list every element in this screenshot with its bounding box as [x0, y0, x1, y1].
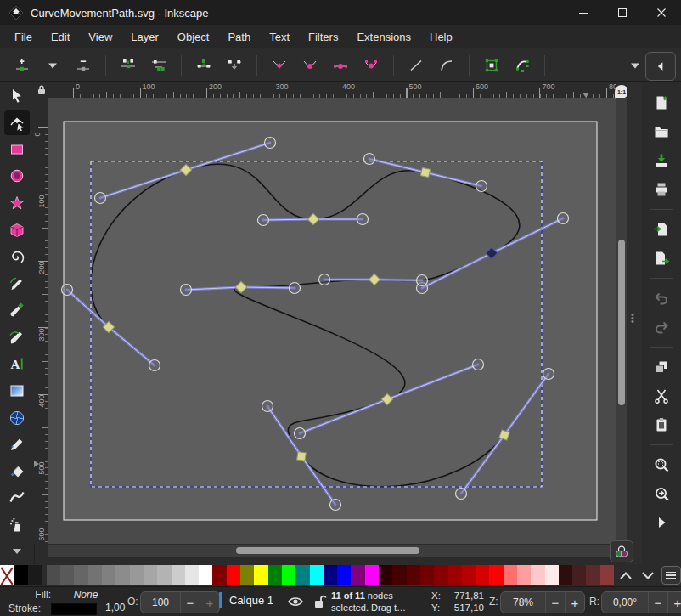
palette-swatch[interactable] [559, 565, 572, 585]
palette-swatch[interactable] [420, 565, 434, 585]
dropper-tool[interactable] [4, 432, 30, 457]
redo-button[interactable] [649, 315, 674, 339]
palette-swatch[interactable] [504, 565, 517, 585]
palette-swatch[interactable] [365, 565, 379, 585]
layer-visibility-toggle[interactable] [287, 593, 304, 610]
menu-text[interactable]: Text [260, 27, 299, 47]
zoom-spinner[interactable]: 78% − + [500, 591, 585, 613]
palette-swatch[interactable] [517, 565, 531, 585]
rotation-decrease-button[interactable]: − [648, 592, 667, 613]
palette-swatch[interactable] [282, 565, 295, 585]
auto-node-button[interactable] [357, 53, 385, 78]
pen-tool[interactable] [4, 298, 30, 324]
rotation-spinner[interactable]: 0,00° − + [601, 591, 681, 613]
drawing-canvas[interactable] [48, 98, 616, 544]
palette-swatch[interactable] [462, 565, 476, 585]
segment-line-button[interactable] [402, 53, 430, 78]
calligraphy-tool[interactable] [4, 325, 30, 350]
path-node[interactable] [297, 452, 307, 461]
gradient-tool[interactable] [4, 378, 30, 404]
layer-lock-toggle[interactable] [311, 593, 328, 610]
palette-swatch[interactable] [448, 565, 462, 585]
star-tool[interactable] [4, 190, 30, 216]
palette-swatch[interactable] [47, 565, 60, 585]
palette-swatch[interactable] [74, 565, 87, 585]
export-button[interactable] [649, 246, 674, 270]
palette-swatch[interactable] [531, 565, 544, 585]
palette-swatch[interactable] [28, 565, 42, 585]
bucket-tool[interactable] [4, 459, 30, 484]
palette-swatch[interactable] [434, 565, 447, 585]
ellipse-tool[interactable] [4, 164, 30, 189]
selector-tool[interactable] [4, 83, 30, 109]
segment-curve-button[interactable] [433, 53, 460, 78]
color-management-button[interactable] [610, 540, 633, 562]
palette-swatch[interactable] [489, 565, 503, 585]
horizontal-scrollbar-thumb[interactable] [236, 547, 419, 554]
palette-swatch[interactable] [102, 565, 115, 585]
opacity-value[interactable]: 100 [141, 592, 180, 613]
palette-swatch[interactable] [586, 565, 599, 585]
node-tool[interactable] [4, 110, 30, 136]
stroke-width-value[interactable]: 1,00 [105, 602, 125, 613]
opacity-spinner[interactable]: 100 − + [140, 591, 220, 613]
insert-node-menu-caret[interactable] [39, 53, 66, 78]
join-nodes-button[interactable] [115, 53, 142, 78]
print-button[interactable] [649, 178, 674, 201]
palette-swatch[interactable] [144, 565, 157, 585]
menu-extensions[interactable]: Extensions [347, 27, 420, 47]
zoom-increase-button[interactable]: + [565, 592, 584, 613]
palette-swatch[interactable] [572, 565, 586, 585]
palette-scroll-down[interactable] [637, 565, 660, 585]
rectangle-tool[interactable] [4, 137, 30, 162]
pencil-tool[interactable] [4, 271, 30, 297]
box3d-tool[interactable] [4, 218, 30, 243]
undo-button[interactable] [649, 286, 674, 310]
palette-swatch[interactable] [600, 565, 614, 585]
expand-dock-button[interactable] [649, 511, 674, 534]
new-document-button[interactable] [649, 91, 674, 115]
palette-swatch[interactable] [185, 565, 199, 585]
layer-name[interactable]: Calque 1 [229, 594, 273, 607]
dock-resize-grip[interactable]: ••• [627, 82, 643, 564]
menu-path[interactable]: Path [218, 27, 260, 47]
toolbox-scroll-down[interactable] [4, 540, 30, 565]
rotation-increase-button[interactable]: + [667, 592, 681, 613]
break-nodes-button[interactable] [190, 53, 217, 78]
palette-swatch[interactable] [295, 565, 309, 585]
palette-swatch[interactable] [172, 565, 185, 585]
palette-scroll-up[interactable] [614, 565, 637, 585]
collapse-dock-button[interactable] [645, 52, 676, 81]
palette-swatch[interactable] [14, 565, 27, 585]
opacity-decrease-button[interactable]: − [180, 592, 200, 613]
palette-swatch[interactable] [351, 565, 364, 585]
ruler-corner[interactable] [34, 82, 48, 98]
cut-button[interactable] [649, 384, 674, 408]
menu-layer[interactable]: Layer [121, 27, 168, 47]
maximize-button[interactable] [603, 0, 642, 25]
tweak-tool[interactable] [4, 485, 30, 511]
palette-swatch[interactable] [407, 565, 420, 585]
smooth-node-button[interactable] [296, 53, 324, 78]
rotation-value[interactable]: 0,00° [602, 592, 648, 613]
vertical-scrollbar-thumb[interactable] [618, 240, 625, 405]
horizontal-ruler[interactable]: 0100200300400500600700800 [48, 82, 616, 99]
paste-button[interactable] [649, 413, 674, 437]
menu-help[interactable]: Help [420, 27, 462, 47]
menu-filters[interactable]: Filters [299, 27, 347, 47]
palette-swatch[interactable] [199, 565, 212, 585]
canvas[interactable] [48, 98, 616, 544]
join-with-segment-button[interactable] [145, 53, 172, 78]
minimize-button[interactable] [564, 0, 603, 25]
horizontal-scrollbar[interactable] [48, 545, 616, 557]
spray-tool[interactable] [4, 512, 30, 538]
palette-swatch[interactable] [337, 565, 351, 585]
palette-swatch[interactable] [227, 565, 240, 585]
zoom-value[interactable]: 78% [501, 592, 545, 613]
save-button[interactable] [649, 149, 674, 172]
palette-swatch[interactable] [476, 565, 489, 585]
object-to-path-button[interactable] [478, 53, 505, 78]
zoom-drawing-button[interactable] [649, 482, 674, 506]
palette-swatch[interactable] [310, 565, 324, 585]
palette-swatch[interactable] [60, 565, 74, 585]
